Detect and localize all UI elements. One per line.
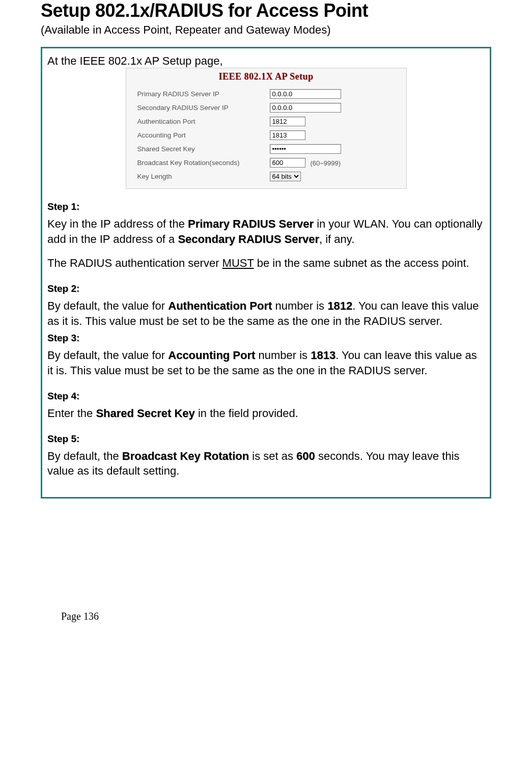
step-3-bold-acctport: Accounting Port xyxy=(168,349,255,362)
step-1-note-must: MUST xyxy=(222,257,254,269)
label-auth-port: Authentication Port xyxy=(131,118,270,125)
page-subtitle: (Available in Access Point, Repeater and… xyxy=(41,23,491,37)
step-1-note: The RADIUS authentication server MUST be… xyxy=(47,256,485,271)
step-1-text-c: , if any. xyxy=(319,233,354,245)
row-secret-key: Shared Secret Key xyxy=(131,142,401,156)
row-secondary-radius: Secondary RADIUS Server IP xyxy=(131,101,401,115)
input-acct-port[interactable] xyxy=(270,130,305,140)
step-1-note-b: be in the same subnet as the access poin… xyxy=(254,257,469,269)
step-3-body: By default, the value for Accounting Por… xyxy=(47,348,485,378)
instructions-card: At the IEEE 802.1x AP Setup page, IEEE 8… xyxy=(41,47,491,499)
step-4-bold-secret: Shared Secret Key xyxy=(96,407,194,420)
step-5-body: By default, the Broadcast Key Rotation i… xyxy=(47,449,485,479)
row-primary-radius: Primary RADIUS Server IP xyxy=(131,87,401,101)
row-auth-port: Authentication Port xyxy=(131,115,401,128)
step-3-bold-1813: 1813 xyxy=(311,349,335,362)
step-5-bold-rotation: Broadcast Key Rotation xyxy=(122,450,249,462)
step-4-body: Enter the Shared Secret Key in the field… xyxy=(47,406,485,421)
row-key-length: Key Length 64 bits xyxy=(131,170,401,183)
note-key-rotation-range: (60~9999) xyxy=(310,159,341,167)
step-3-label: Step 3: xyxy=(47,333,485,344)
step-3-text-b: number is xyxy=(255,349,311,362)
label-secondary-radius: Secondary RADIUS Server IP xyxy=(131,104,270,112)
step-4-text-b: in the field provided. xyxy=(195,407,298,420)
intro-text: At the IEEE 802.1x AP Setup page, xyxy=(47,54,485,68)
label-primary-radius: Primary RADIUS Server IP xyxy=(131,90,270,98)
step-5-text-b: is set as xyxy=(249,450,296,462)
select-key-length[interactable]: 64 bits xyxy=(270,172,301,181)
step-1-bold-primary: Primary RADIUS Server xyxy=(188,217,314,230)
step-2-body: By default, the value for Authentication… xyxy=(47,298,485,328)
label-key-rotation: Broadcast Key Rotation(seconds) xyxy=(131,159,270,167)
ap-setup-title: IEEE 802.1X AP Setup xyxy=(131,71,401,82)
step-2-bold-1812: 1812 xyxy=(327,299,352,312)
input-primary-radius[interactable] xyxy=(270,89,341,99)
step-1-note-a: The RADIUS authentication server xyxy=(47,257,222,269)
step-1-label: Step 1: xyxy=(47,201,485,212)
step-4-text-a: Enter the xyxy=(47,407,96,420)
step-1-bold-secondary: Secondary RADIUS Server xyxy=(178,233,319,245)
step-2-label: Step 2: xyxy=(47,283,485,294)
ap-setup-panel: IEEE 802.1X AP Setup Primary RADIUS Serv… xyxy=(126,68,407,189)
step-1-body: Key in the IP address of the Primary RAD… xyxy=(47,216,485,246)
page-title: Setup 802.1x/RADIUS for Access Point xyxy=(41,0,491,21)
label-key-length: Key Length xyxy=(131,173,270,180)
step-2-bold-authport: Authentication Port xyxy=(168,299,272,312)
step-5-bold-600: 600 xyxy=(296,450,315,462)
step-5-text-a: By default, the xyxy=(47,450,122,462)
input-secondary-radius[interactable] xyxy=(270,103,341,113)
input-secret-key[interactable] xyxy=(270,144,341,154)
step-2-text-a: By default, the value for xyxy=(47,299,168,312)
row-acct-port: Accounting Port xyxy=(131,128,401,142)
row-key-rotation: Broadcast Key Rotation(seconds) (60~9999… xyxy=(131,156,401,170)
step-3-text-a: By default, the value for xyxy=(47,349,168,362)
step-4-label: Step 4: xyxy=(47,391,485,402)
step-1-text-a: Key in the IP address of the xyxy=(47,217,188,230)
label-secret-key: Shared Secret Key xyxy=(131,145,270,153)
input-auth-port[interactable] xyxy=(270,117,305,126)
step-2-text-b: number is xyxy=(272,299,327,312)
label-acct-port: Accounting Port xyxy=(131,131,270,139)
page-footer: Page 136 xyxy=(61,611,491,622)
input-key-rotation[interactable] xyxy=(270,158,305,168)
step-5-label: Step 5: xyxy=(47,433,485,445)
